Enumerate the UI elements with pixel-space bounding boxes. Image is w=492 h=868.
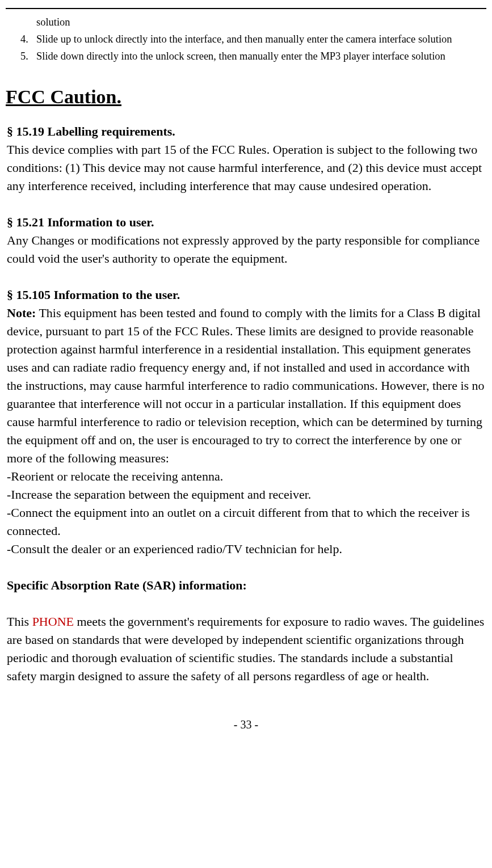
section-title: § 15.19 Labelling requirements. (7, 124, 175, 138)
phone-highlight: PHONE (32, 614, 74, 629)
section-title: Specific Absorption Rate (SAR) informati… (7, 578, 247, 592)
sar-pre: This (7, 614, 32, 629)
list-number (20, 14, 36, 31)
section-15-105: § 15.105 Information to the user. Note: … (6, 286, 486, 558)
measure-item: -Connect the equipment into an outlet on… (7, 504, 485, 540)
list-number: 5. (20, 48, 36, 65)
sar-paragraph: This PHONE meets the government's requir… (6, 613, 486, 685)
list-text: Slide up to unlock directly into the int… (36, 31, 486, 48)
document-page: solution 4. Slide up to unlock directly … (0, 0, 492, 740)
section-15-21: § 15.21 Information to user. Any Changes… (6, 213, 486, 268)
section-sar: Specific Absorption Rate (SAR) informati… (6, 576, 486, 595)
top-rule (6, 8, 486, 9)
section-15-19: § 15.19 Labelling requirements. This dev… (6, 123, 486, 195)
note-body: This equipment has been tested and found… (7, 306, 485, 465)
section-title: § 15.21 Information to user. (7, 215, 154, 229)
list-item: solution (20, 14, 486, 31)
list-number: 4. (20, 31, 36, 48)
measure-item: -Increase the separation between the equ… (7, 486, 485, 504)
section-title: § 15.105 Information to the user. (7, 288, 180, 302)
section-body: Note: This equipment has been tested and… (7, 304, 485, 467)
numbered-list: solution 4. Slide up to unlock directly … (20, 14, 486, 65)
list-item: 5. Slide down directly into the unlock s… (20, 48, 486, 65)
heading-fcc-caution: FCC Caution. (6, 86, 486, 108)
sar-post: meets the government's requirements for … (7, 614, 484, 683)
list-item: 4. Slide up to unlock directly into the … (20, 31, 486, 48)
section-body: Any Changes or modifications not express… (7, 231, 485, 268)
page-number: - 33 - (6, 718, 486, 740)
list-text: Slide down directly into the unlock scre… (36, 48, 486, 65)
list-text: solution (36, 14, 486, 31)
measure-item: -Reorient or relocate the receiving ante… (7, 467, 485, 486)
note-label: Note: (7, 306, 36, 320)
section-body: This device complies with part 15 of the… (7, 141, 485, 195)
measure-item: -Consult the dealer or an experienced ra… (7, 540, 485, 558)
